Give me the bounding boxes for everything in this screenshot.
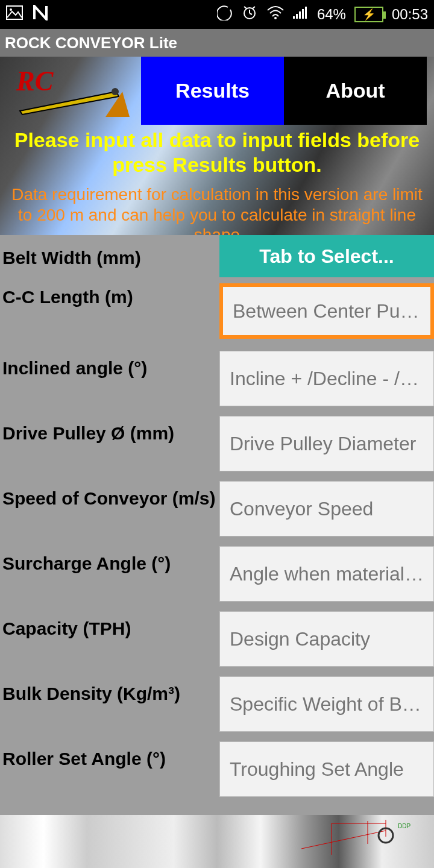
svg-line-4 <box>250 13 252 14</box>
svg-line-6 <box>253 7 255 8</box>
svg-rect-9 <box>296 14 298 19</box>
app-title: ROCK CONVEYOR Lite <box>5 34 177 52</box>
clock-time: 00:53 <box>392 6 428 23</box>
tab-results[interactable]: Results <box>141 57 284 125</box>
bottom-diagram-strip: DDP <box>0 815 434 868</box>
n-icon <box>33 5 48 25</box>
row-drive-pulley: Drive Pulley Ø (mm) <box>0 420 434 485</box>
row-speed: Speed of Conveyor (m/s) <box>0 485 434 550</box>
app-bar: ROCK CONVEYOR Lite <box>0 29 434 57</box>
surcharge-field-wrap <box>219 546 434 602</box>
tabs: Results About <box>141 57 427 125</box>
belt-width-select-text: Tab to Select... <box>259 245 394 268</box>
svg-point-16 <box>112 88 119 95</box>
row-roller-angle: Roller Set Angle (°) <box>0 745 434 810</box>
svg-text:RC: RC <box>16 66 54 96</box>
drive-pulley-input[interactable] <box>220 417 433 471</box>
row-capacity: Capacity (TPH) <box>0 615 434 680</box>
label-cc-length: C-C Length (m) <box>0 283 218 308</box>
inclined-angle-input[interactable] <box>220 351 433 406</box>
battery-icon: ⚡ <box>354 7 383 22</box>
label-surcharge: Surcharge Angle (°) <box>0 550 218 574</box>
drive-pulley-field-wrap <box>219 416 434 471</box>
banner-secondary: Data requirement for calculation in this… <box>5 184 429 235</box>
svg-rect-0 <box>7 6 22 19</box>
bulk-density-field-wrap <box>219 676 434 732</box>
label-capacity: Capacity (TPH) <box>0 615 218 640</box>
tab-results-label: Results <box>175 79 250 102</box>
battery-pct: 64% <box>317 6 346 23</box>
roller-angle-input[interactable] <box>220 742 433 796</box>
cc-length-field-wrap <box>219 283 434 339</box>
label-speed: Speed of Conveyor (m/s) <box>0 485 218 509</box>
row-belt-width: Belt Width (mm) Tab to Select... <box>0 235 434 277</box>
label-roller-angle: Roller Set Angle (°) <box>0 745 218 770</box>
form-area: Belt Width (mm) Tab to Select... C-C Len… <box>0 235 434 815</box>
speed-input[interactable] <box>220 482 433 536</box>
label-drive-pulley: Drive Pulley Ø (mm) <box>0 420 218 444</box>
banner-primary: Please input all data to input fields be… <box>7 128 427 177</box>
capacity-input[interactable] <box>220 612 433 666</box>
svg-line-17 <box>301 831 386 849</box>
label-inclined-angle: Inclined angle (°) <box>0 354 218 379</box>
signal-icon <box>293 5 309 24</box>
status-bar: 64% ⚡ 00:53 <box>0 0 434 29</box>
label-bulk-density: Bulk Density (Kg/m³) <box>0 680 218 705</box>
svg-text:DDP: DDP <box>398 823 410 829</box>
label-belt-width: Belt Width (mm) <box>0 244 218 269</box>
row-surcharge: Surcharge Angle (°) <box>0 550 434 615</box>
row-inclined-angle: Inclined angle (°) <box>0 354 434 420</box>
header-zone: RC Results About Please input all data t… <box>0 57 434 235</box>
svg-point-7 <box>274 17 277 19</box>
app-logo: RC <box>4 60 139 125</box>
bulk-density-input[interactable] <box>220 677 433 731</box>
inclined-angle-field-wrap <box>219 351 434 406</box>
capacity-field-wrap <box>219 611 434 667</box>
belt-width-select-button[interactable]: Tab to Select... <box>219 235 434 277</box>
svg-rect-8 <box>293 16 295 19</box>
tab-about[interactable]: About <box>284 57 427 125</box>
dnd-icon <box>217 5 233 24</box>
tab-about-label: About <box>326 79 385 102</box>
row-cc-length: C-C Length (m) <box>0 283 434 354</box>
svg-line-5 <box>244 7 247 8</box>
image-icon <box>6 5 23 24</box>
alarm-icon <box>241 4 258 25</box>
svg-rect-10 <box>299 11 301 19</box>
roller-angle-field-wrap <box>219 741 434 797</box>
wifi-icon <box>266 5 285 24</box>
cc-length-input[interactable] <box>223 287 430 335</box>
svg-rect-11 <box>302 9 304 19</box>
row-bulk-density: Bulk Density (Kg/m³) <box>0 680 434 745</box>
svg-point-1 <box>10 8 12 11</box>
svg-rect-12 <box>305 7 307 19</box>
speed-field-wrap <box>219 481 434 536</box>
surcharge-input[interactable] <box>220 547 433 601</box>
